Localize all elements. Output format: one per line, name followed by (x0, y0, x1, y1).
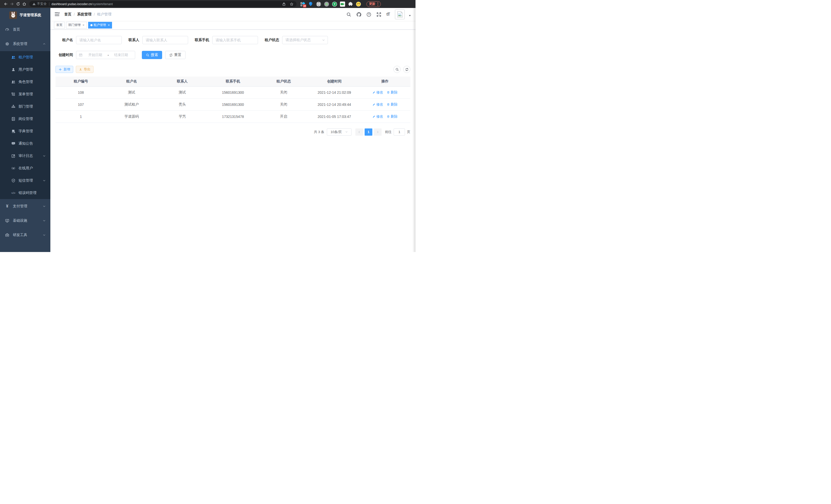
sidebar-item-online-users[interactable]: 在线用户 (0, 162, 50, 174)
sidebar-item-error-codes[interactable]: </> 错误码管理 (0, 187, 50, 199)
sidebar-item-posts[interactable]: 岗位管理 (0, 113, 50, 125)
add-button[interactable]: 新增 (56, 66, 73, 73)
menu-label: 用户管理 (19, 67, 33, 72)
browser-update-button[interactable]: 更新 (366, 1, 381, 7)
bookmark-star-icon[interactable] (290, 2, 293, 6)
close-icon[interactable]: × (83, 23, 85, 27)
sidebar-item-users[interactable]: 用户管理 (0, 63, 50, 76)
end-date-placeholder[interactable]: 结束日期 (110, 53, 132, 57)
sidebar-item-roles[interactable]: 角色管理 (0, 76, 50, 88)
sidebar-toggle-icon[interactable] (55, 11, 60, 17)
sidebar-item-home[interactable]: 首页 (0, 22, 50, 37)
menu-label: 租户管理 (19, 55, 33, 60)
table-row: 1 芋道源码 芋艿 17321315478 开启 2021-01-05 17:0… (56, 111, 410, 122)
mobile-input[interactable] (212, 36, 258, 44)
status-select[interactable]: 请选择租户状态 (282, 36, 328, 44)
extension-balloon-icon[interactable] (308, 2, 313, 7)
avatar[interactable] (395, 9, 405, 19)
edit-link[interactable]: 修改 (372, 102, 383, 107)
font-size-icon[interactable]: tT (386, 12, 390, 17)
trash-icon (387, 115, 390, 118)
cell-mobile: 15601691300 (208, 86, 258, 98)
refresh-table-button[interactable] (403, 66, 410, 73)
share-icon[interactable] (282, 2, 286, 6)
sidebar-item-dict[interactable]: 字典管理 (0, 125, 50, 138)
tenant-name-input[interactable] (76, 36, 122, 44)
date-range-picker[interactable]: 开始日期 - 结束日期 (76, 51, 135, 59)
extension-command-icon[interactable] (316, 2, 321, 7)
sidebar-logo[interactable]: 芋道管理系统 (0, 8, 50, 22)
start-date-placeholder[interactable]: 开始日期 (84, 53, 107, 57)
delete-link[interactable]: 删除 (387, 102, 398, 107)
tenant-table: 租户编号 租户名 联系人 联系手机 租户状态 创建时间 操作 108 测试 测试 (56, 77, 410, 123)
status-label: 租户状态 (265, 38, 279, 42)
security-label: 不安全 (37, 2, 47, 6)
url-bar[interactable]: 不安全 dashboard.yudao.iocoder.cn/system/te… (29, 1, 296, 7)
edit-link[interactable]: 修改 (372, 114, 383, 119)
sidebar-item-audit-log[interactable]: 审计日志 (0, 150, 50, 162)
search-button[interactable]: 搜索 (142, 51, 162, 59)
tab-tenant[interactable]: 租户管理 × (88, 22, 112, 29)
delete-link[interactable]: 删除 (387, 90, 398, 95)
fullscreen-icon[interactable] (376, 12, 381, 17)
col-contact: 联系人 (157, 77, 208, 86)
cell-id: 108 (56, 86, 106, 98)
sidebar-item-sms[interactable]: 短信管理 (0, 174, 50, 187)
browser-forward-icon[interactable] (9, 1, 15, 7)
monitor-icon (5, 218, 9, 223)
reset-button[interactable]: 重置 (165, 51, 185, 59)
update-label: 更新 (369, 2, 375, 6)
chevron-down-icon (42, 219, 46, 222)
cell-id: 1 (56, 111, 106, 122)
sidebar-item-notice[interactable]: 通知公告 (0, 138, 50, 150)
profile-avatar-icon[interactable] (356, 2, 361, 7)
breadcrumb-home[interactable]: 首页 (64, 12, 71, 17)
toolbox-icon (5, 233, 9, 237)
sidebar-item-departments[interactable]: 部门管理 (0, 100, 50, 113)
goto-page-input[interactable] (394, 128, 405, 136)
chevron-left-icon (358, 130, 361, 134)
export-button[interactable]: 导出 (76, 66, 93, 73)
help-icon[interactable] (366, 12, 371, 17)
sidebar-item-dev-tools[interactable]: 研发工具 (0, 228, 50, 242)
pagination: 共 3 条 10条/页 1 前往 页 (56, 128, 410, 136)
tab-home[interactable]: 首页 (54, 22, 65, 29)
close-icon[interactable]: × (108, 23, 110, 27)
extension-grid-icon[interactable]: 10 (300, 2, 305, 7)
toggle-search-button[interactable] (393, 66, 401, 73)
sidebar-item-infrastructure[interactable]: 基础设施 (0, 213, 50, 228)
browser-reload-icon[interactable] (15, 1, 21, 7)
extension-record-icon[interactable] (324, 2, 329, 7)
cell-contact: 测试 (157, 86, 208, 98)
sidebar-item-payment[interactable]: ¥ 支付管理 (0, 199, 50, 213)
page-size-select[interactable]: 10条/页 (327, 128, 351, 136)
breadcrumb-system[interactable]: 系统管理 (77, 12, 91, 17)
chevron-down-icon (42, 205, 46, 208)
sidebar-item-system[interactable]: 系统管理 (0, 37, 50, 51)
browser-menu-icon[interactable] (377, 2, 378, 6)
sidebar-menu: 首页 系统管理 租户管理 用户管理 角色管理 (0, 22, 50, 242)
github-icon[interactable] (356, 12, 361, 17)
extension-chat-icon[interactable] (340, 2, 345, 7)
tab-department[interactable]: 部门管理 × (66, 22, 87, 29)
header-search-icon[interactable] (346, 12, 351, 17)
edit-link[interactable]: 修改 (372, 90, 383, 95)
tree-icon (11, 92, 16, 96)
browser-back-icon[interactable] (3, 1, 9, 7)
avatar-caret-down-icon[interactable] (408, 14, 411, 19)
next-page-button[interactable] (374, 128, 381, 136)
logo-image (9, 11, 17, 19)
sidebar-item-menus[interactable]: 菜单管理 (0, 88, 50, 100)
cell-name: 测试租户 (106, 98, 157, 111)
security-chip[interactable]: 不安全 (32, 2, 47, 6)
page-number-1[interactable]: 1 (365, 128, 372, 136)
extension-y-icon[interactable] (332, 2, 337, 7)
sidebar-item-tenant[interactable]: 租户管理 (0, 51, 50, 63)
contact-input[interactable] (142, 36, 188, 44)
plus-icon (59, 68, 62, 71)
delete-link[interactable]: 删除 (387, 114, 398, 119)
extensions-puzzle-icon[interactable] (348, 2, 353, 7)
tag-label: 部门管理 (68, 23, 81, 27)
prev-page-button[interactable] (355, 128, 363, 136)
browser-home-icon[interactable] (21, 1, 27, 7)
